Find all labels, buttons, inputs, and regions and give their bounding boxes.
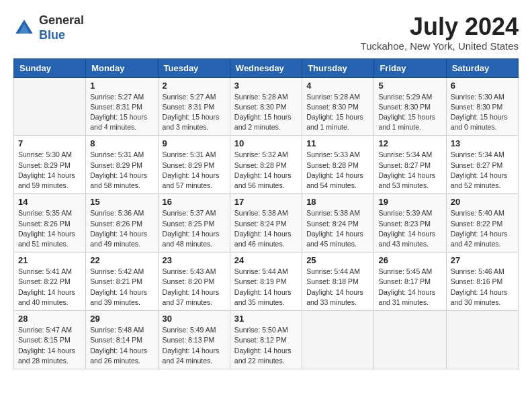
logo-icon [13, 17, 35, 39]
calendar-week-row: 7Sunrise: 5:30 AM Sunset: 8:29 PM Daylig… [14, 136, 519, 194]
day-number: 23 [163, 255, 226, 265]
day-info: Sunrise: 5:40 AM Sunset: 8:22 PM Dayligh… [451, 208, 514, 249]
calendar-cell: 3Sunrise: 5:28 AM Sunset: 8:30 PM Daylig… [230, 77, 302, 136]
calendar-cell: 27Sunrise: 5:46 AM Sunset: 8:16 PM Dayli… [446, 253, 518, 311]
day-number: 10 [234, 138, 298, 148]
calendar-cell: 8Sunrise: 5:31 AM Sunset: 8:29 PM Daylig… [86, 136, 158, 194]
day-number: 2 [163, 81, 226, 91]
logo-general-text: General [39, 13, 84, 28]
weekday-header: Tuesday [158, 58, 230, 77]
day-info: Sunrise: 5:33 AM Sunset: 8:28 PM Dayligh… [306, 150, 369, 191]
calendar-cell: 24Sunrise: 5:44 AM Sunset: 8:19 PM Dayli… [230, 253, 302, 311]
calendar-cell: 23Sunrise: 5:43 AM Sunset: 8:20 PM Dayli… [158, 253, 230, 311]
day-info: Sunrise: 5:45 AM Sunset: 8:17 PM Dayligh… [378, 267, 441, 308]
day-info: Sunrise: 5:31 AM Sunset: 8:29 PM Dayligh… [163, 150, 226, 191]
weekday-header: Friday [374, 58, 446, 77]
calendar-cell: 25Sunrise: 5:44 AM Sunset: 8:18 PM Dayli… [302, 253, 374, 311]
calendar-cell: 21Sunrise: 5:41 AM Sunset: 8:22 PM Dayli… [14, 253, 86, 311]
calendar-cell: 11Sunrise: 5:33 AM Sunset: 8:28 PM Dayli… [302, 136, 374, 194]
day-info: Sunrise: 5:48 AM Sunset: 8:14 PM Dayligh… [90, 325, 153, 366]
calendar-cell [14, 77, 86, 136]
day-number: 4 [306, 81, 369, 91]
calendar-cell [446, 311, 518, 369]
day-number: 28 [18, 314, 81, 324]
day-info: Sunrise: 5:46 AM Sunset: 8:16 PM Dayligh… [451, 267, 514, 308]
header: General Blue July 2024 Tuckahoe, New Yor… [13, 13, 519, 52]
calendar-cell [302, 311, 374, 369]
day-number: 8 [90, 138, 153, 148]
day-info: Sunrise: 5:30 AM Sunset: 8:29 PM Dayligh… [18, 150, 81, 191]
weekday-header: Wednesday [230, 58, 302, 77]
month-title: July 2024 [361, 13, 519, 40]
calendar-week-row: 21Sunrise: 5:41 AM Sunset: 8:22 PM Dayli… [14, 253, 519, 311]
weekday-header: Thursday [302, 58, 374, 77]
weekday-row: SundayMondayTuesdayWednesdayThursdayFrid… [14, 58, 519, 77]
day-info: Sunrise: 5:32 AM Sunset: 8:28 PM Dayligh… [234, 150, 298, 191]
day-number: 3 [234, 81, 298, 91]
day-number: 14 [18, 197, 81, 207]
calendar-cell: 19Sunrise: 5:39 AM Sunset: 8:23 PM Dayli… [374, 194, 446, 253]
day-number: 7 [18, 138, 81, 148]
day-number: 31 [234, 314, 298, 324]
calendar-cell: 18Sunrise: 5:38 AM Sunset: 8:24 PM Dayli… [302, 194, 374, 253]
day-number: 11 [306, 138, 369, 148]
day-info: Sunrise: 5:29 AM Sunset: 8:30 PM Dayligh… [378, 92, 441, 133]
title-area: July 2024 Tuckahoe, New York, United Sta… [361, 13, 519, 52]
calendar-cell: 1Sunrise: 5:27 AM Sunset: 8:31 PM Daylig… [86, 77, 158, 136]
calendar-cell: 16Sunrise: 5:37 AM Sunset: 8:25 PM Dayli… [158, 194, 230, 253]
calendar-cell: 5Sunrise: 5:29 AM Sunset: 8:30 PM Daylig… [374, 77, 446, 136]
day-info: Sunrise: 5:43 AM Sunset: 8:20 PM Dayligh… [163, 267, 226, 308]
calendar-cell: 28Sunrise: 5:47 AM Sunset: 8:15 PM Dayli… [14, 311, 86, 369]
calendar-week-row: 28Sunrise: 5:47 AM Sunset: 8:15 PM Dayli… [14, 311, 519, 369]
calendar-cell: 30Sunrise: 5:49 AM Sunset: 8:13 PM Dayli… [158, 311, 230, 369]
calendar-header: SundayMondayTuesdayWednesdayThursdayFrid… [14, 58, 519, 77]
day-info: Sunrise: 5:34 AM Sunset: 8:27 PM Dayligh… [451, 150, 514, 191]
day-info: Sunrise: 5:28 AM Sunset: 8:30 PM Dayligh… [234, 92, 298, 133]
day-number: 12 [378, 138, 441, 148]
weekday-header: Monday [86, 58, 158, 77]
day-info: Sunrise: 5:27 AM Sunset: 8:31 PM Dayligh… [163, 92, 226, 133]
logo-blue-text: Blue [39, 28, 84, 43]
day-number: 13 [451, 138, 514, 148]
calendar-cell: 29Sunrise: 5:48 AM Sunset: 8:14 PM Dayli… [86, 311, 158, 369]
day-number: 27 [451, 255, 514, 265]
day-number: 20 [451, 197, 514, 207]
calendar-cell: 15Sunrise: 5:36 AM Sunset: 8:26 PM Dayli… [86, 194, 158, 253]
day-info: Sunrise: 5:31 AM Sunset: 8:29 PM Dayligh… [90, 150, 153, 191]
day-info: Sunrise: 5:35 AM Sunset: 8:26 PM Dayligh… [18, 208, 81, 249]
day-info: Sunrise: 5:28 AM Sunset: 8:30 PM Dayligh… [306, 92, 369, 133]
calendar-cell: 13Sunrise: 5:34 AM Sunset: 8:27 PM Dayli… [446, 136, 518, 194]
calendar-cell: 10Sunrise: 5:32 AM Sunset: 8:28 PM Dayli… [230, 136, 302, 194]
calendar-cell [374, 311, 446, 369]
calendar-cell: 22Sunrise: 5:42 AM Sunset: 8:21 PM Dayli… [86, 253, 158, 311]
calendar-week-row: 1Sunrise: 5:27 AM Sunset: 8:31 PM Daylig… [14, 77, 519, 136]
calendar-cell: 12Sunrise: 5:34 AM Sunset: 8:27 PM Dayli… [374, 136, 446, 194]
calendar-table: SundayMondayTuesdayWednesdayThursdayFrid… [13, 58, 519, 369]
day-info: Sunrise: 5:41 AM Sunset: 8:22 PM Dayligh… [18, 267, 81, 308]
day-number: 29 [90, 314, 153, 324]
day-info: Sunrise: 5:36 AM Sunset: 8:26 PM Dayligh… [90, 208, 153, 249]
day-number: 30 [163, 314, 226, 324]
day-number: 26 [378, 255, 441, 265]
day-number: 6 [451, 81, 514, 91]
day-info: Sunrise: 5:27 AM Sunset: 8:31 PM Dayligh… [90, 92, 153, 133]
day-number: 9 [163, 138, 226, 148]
day-info: Sunrise: 5:38 AM Sunset: 8:24 PM Dayligh… [234, 208, 298, 249]
day-info: Sunrise: 5:37 AM Sunset: 8:25 PM Dayligh… [163, 208, 226, 249]
day-number: 22 [90, 255, 153, 265]
day-number: 15 [90, 197, 153, 207]
day-number: 19 [378, 197, 441, 207]
day-info: Sunrise: 5:44 AM Sunset: 8:18 PM Dayligh… [306, 267, 369, 308]
day-info: Sunrise: 5:39 AM Sunset: 8:23 PM Dayligh… [378, 208, 441, 249]
day-number: 16 [163, 197, 226, 207]
day-number: 25 [306, 255, 369, 265]
day-info: Sunrise: 5:44 AM Sunset: 8:19 PM Dayligh… [234, 267, 298, 308]
day-info: Sunrise: 5:38 AM Sunset: 8:24 PM Dayligh… [306, 208, 369, 249]
weekday-header: Sunday [14, 58, 86, 77]
day-number: 18 [306, 197, 369, 207]
calendar-cell: 7Sunrise: 5:30 AM Sunset: 8:29 PM Daylig… [14, 136, 86, 194]
calendar-cell: 6Sunrise: 5:30 AM Sunset: 8:30 PM Daylig… [446, 77, 518, 136]
calendar-cell: 4Sunrise: 5:28 AM Sunset: 8:30 PM Daylig… [302, 77, 374, 136]
logo: General Blue [13, 13, 84, 42]
day-number: 1 [90, 81, 153, 91]
